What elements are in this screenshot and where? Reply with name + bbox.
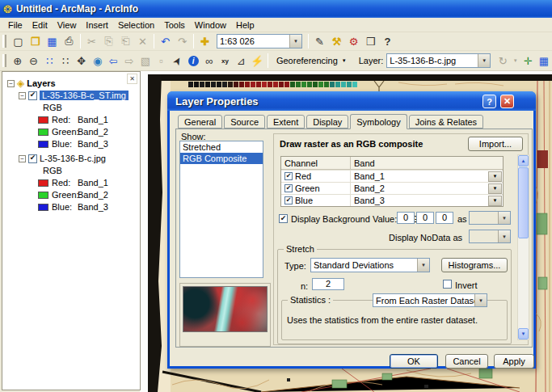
green-channel-checkbox[interactable]: ✔ xyxy=(284,184,293,192)
collapse-icon[interactable]: − xyxy=(19,155,26,162)
map-scale-combo[interactable]: 1:63 026 ▼ xyxy=(217,34,302,48)
window-titlebar[interactable]: ❂ Untitled - ArcMap - ArcInfo xyxy=(0,0,552,18)
chevron-down-icon[interactable]: ▼ xyxy=(417,259,429,272)
rotate-button[interactable]: ↻ xyxy=(495,53,511,69)
tab-extent[interactable]: Extent xyxy=(267,115,305,129)
identify-tool[interactable]: i xyxy=(185,53,201,69)
layer-visibility-checkbox[interactable]: ✔ xyxy=(28,154,37,163)
redo-button[interactable]: ↷ xyxy=(174,33,191,49)
toc-layer-row[interactable]: − ✔ L-35-136-B-c.jpg xyxy=(19,153,106,164)
dialog-titlebar[interactable]: Layer Properties xyxy=(167,91,536,111)
layer-name-selected[interactable]: L-35-136-B-c_ST.img xyxy=(40,91,129,100)
display-background-value-checkbox[interactable]: ✔ xyxy=(279,214,288,223)
renderer-option-rgb-composite[interactable]: RGB Composite xyxy=(180,153,263,164)
statistics-combo[interactable]: From Each Raster Dataset ▼ xyxy=(373,293,487,307)
renderer-option-stretched[interactable]: Stretched xyxy=(180,141,263,153)
measure-tool[interactable]: ⊿ xyxy=(233,53,249,69)
red-channel-checkbox[interactable]: ✔ xyxy=(284,172,293,180)
georeferencing-layer-combo[interactable]: L-35-136-B-c.jpg ▼ xyxy=(386,53,491,68)
toolbar-grip[interactable] xyxy=(2,54,6,67)
pan-tool[interactable]: ✥ xyxy=(74,53,90,69)
undo-button[interactable]: ↶ xyxy=(157,33,174,49)
zoom-out-tool[interactable]: ⊖ xyxy=(26,53,42,69)
blue-channel-checkbox[interactable]: ✔ xyxy=(284,196,293,204)
menu-help[interactable]: Help xyxy=(231,19,259,31)
tab-symbology[interactable]: Symbology xyxy=(350,114,407,129)
apply-button[interactable]: Apply xyxy=(494,354,534,369)
arccatalog-button[interactable]: ⚙ xyxy=(345,33,362,49)
green-band-swatch[interactable] xyxy=(38,129,48,136)
histograms-button[interactable]: Histograms... xyxy=(441,258,508,272)
layer-visibility-checkbox[interactable]: ✔ xyxy=(28,91,37,100)
open-button[interactable]: ❐ xyxy=(27,33,44,49)
georeferencing-menu-button[interactable]: Georeferencing ▼ xyxy=(271,53,352,69)
chevron-down-icon[interactable]: ▼ xyxy=(474,294,487,306)
blue-band-swatch[interactable] xyxy=(38,204,48,211)
cut-button[interactable]: ✂ xyxy=(83,33,100,49)
background-g-field[interactable]: 0 xyxy=(416,212,434,224)
menu-insert[interactable]: Insert xyxy=(81,19,113,31)
collapse-icon[interactable]: − xyxy=(7,80,15,87)
whats-this-button[interactable]: ? xyxy=(379,33,396,49)
chevron-down-icon[interactable]: ▼ xyxy=(498,230,510,242)
layer-name[interactable]: L-35-136-B-c.jpg xyxy=(40,154,106,163)
paste-button[interactable]: ⎗ xyxy=(117,33,134,49)
scroll-up-button[interactable]: ▲ xyxy=(518,155,529,166)
menu-selection[interactable]: Selection xyxy=(113,19,159,31)
invert-checkbox[interactable] xyxy=(443,280,452,289)
band-dropdown-button[interactable]: ▼ xyxy=(488,171,502,182)
background-b-field[interactable]: 0 xyxy=(436,212,453,224)
cancel-button[interactable]: Cancel xyxy=(445,354,488,369)
select-features-tool[interactable]: ▧ xyxy=(137,53,154,69)
red-band-swatch[interactable] xyxy=(38,179,48,187)
menu-window[interactable]: Window xyxy=(190,19,231,31)
new-window-button[interactable]: ❒ xyxy=(362,33,379,49)
n-field[interactable]: 2 xyxy=(312,278,344,290)
toc-layer-row[interactable]: − ✔ L-35-136-B-c_ST.img xyxy=(19,90,129,101)
import-button[interactable]: Import... xyxy=(468,137,523,151)
print-button[interactable]: ⎙ xyxy=(61,33,78,49)
tab-display[interactable]: Display xyxy=(306,115,348,129)
hyperlink-tool[interactable]: ⚡ xyxy=(249,53,265,69)
find-tool[interactable]: ∞ xyxy=(201,53,217,69)
menu-tools[interactable]: Tools xyxy=(159,19,190,31)
new-map-button[interactable]: ▢ xyxy=(10,33,27,49)
toolbar-grip[interactable] xyxy=(2,35,6,48)
rotate-dropdown[interactable]: ▼ xyxy=(511,53,520,69)
tab-joins-relates[interactable]: Joins & Relates xyxy=(409,115,483,129)
scroll-down-button[interactable]: ▼ xyxy=(518,328,529,339)
clear-selection-button[interactable]: ▫ xyxy=(154,53,170,69)
go-forward-extent-button[interactable]: ⇨ xyxy=(121,53,137,69)
toc-close-button[interactable]: ✕ xyxy=(127,74,137,84)
dialog-help-button[interactable]: ? xyxy=(482,95,496,108)
full-extent-button[interactable]: ◉ xyxy=(90,53,106,69)
background-as-combo[interactable]: ▼ xyxy=(469,211,511,225)
editor-toolbar-button[interactable]: ✎ xyxy=(311,33,328,49)
add-control-points-tool[interactable]: ✛ xyxy=(520,53,536,69)
go-to-xy-tool[interactable]: xy xyxy=(217,53,234,69)
menu-view[interactable]: View xyxy=(53,19,82,31)
add-data-button[interactable]: ✚ xyxy=(196,33,213,49)
zoom-in-tool[interactable]: ⊕ xyxy=(10,53,26,69)
collapse-icon[interactable]: − xyxy=(19,92,26,99)
background-r-field[interactable]: 0 xyxy=(397,212,415,224)
chevron-down-icon[interactable]: ▼ xyxy=(478,54,490,67)
band-dropdown-button[interactable]: ▼ xyxy=(488,183,502,194)
select-elements-tool[interactable]: ➤ xyxy=(169,53,185,69)
arctoolbox-button[interactable]: ⚒ xyxy=(328,33,345,49)
go-back-extent-button[interactable]: ⇦ xyxy=(105,53,121,69)
tab-general[interactable]: General xyxy=(178,115,222,129)
stretch-type-combo[interactable]: Standard Deviations ▼ xyxy=(310,258,430,272)
menu-file[interactable]: File xyxy=(3,19,27,31)
green-band-swatch[interactable] xyxy=(38,192,48,199)
chevron-down-icon[interactable]: ▼ xyxy=(289,35,301,48)
dialog-close-button[interactable]: ✕ xyxy=(500,95,514,108)
menu-edit[interactable]: Edit xyxy=(27,19,53,31)
fixed-zoom-in-button[interactable]: ∷ xyxy=(41,53,57,69)
red-band-swatch[interactable] xyxy=(38,116,48,124)
tab-source[interactable]: Source xyxy=(224,115,265,129)
delete-button[interactable]: ✕ xyxy=(134,33,151,49)
chevron-down-icon[interactable]: ▼ xyxy=(498,212,510,224)
toc-root-row[interactable]: − ◈ Layers xyxy=(7,78,56,89)
view-link-table-button[interactable]: ▦ xyxy=(536,53,552,69)
